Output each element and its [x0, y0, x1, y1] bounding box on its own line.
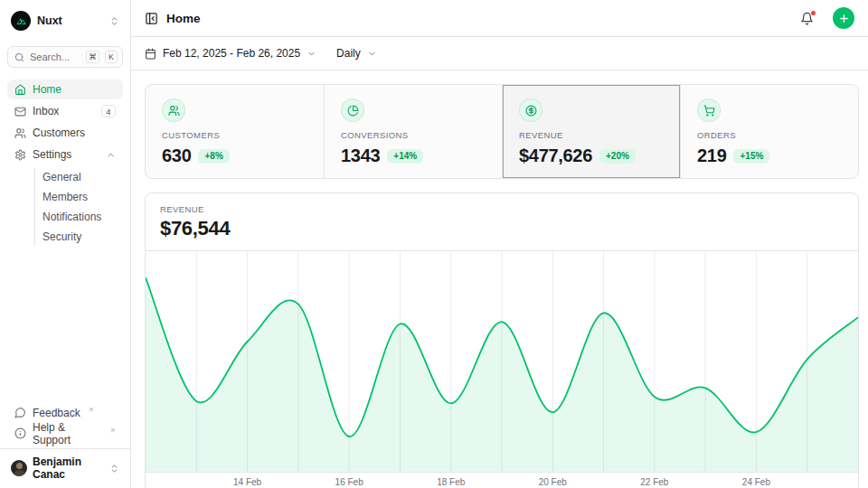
sidebar-item-inbox[interactable]: Inbox 4 [7, 101, 123, 121]
home-icon [14, 84, 26, 96]
shopping-cart-icon [697, 99, 721, 122]
kbd-key: K [105, 51, 118, 63]
date-range-picker[interactable]: Feb 12, 2025 - Feb 26, 2025 [145, 47, 316, 60]
sidebar-footer-links: Feedback Help & Support [0, 403, 130, 448]
sidebar-item-settings[interactable]: Settings [7, 145, 123, 164]
x-axis-tick: 18 Feb [437, 477, 465, 487]
stats-row: CUSTOMERS 630 +8% CONVERSIONS 1343 +14% [145, 84, 859, 179]
sidebar: Nuxt Search... ⌘ K Home [0, 0, 131, 488]
notification-dot [810, 10, 816, 16]
sidebar-item-label: Home [33, 83, 116, 96]
stat-value: 219 [697, 145, 726, 166]
stat-label: CUSTOMERS [162, 130, 307, 140]
notifications-bell-button[interactable] [800, 12, 814, 25]
stat-value: $477,626 [519, 145, 592, 166]
top-header: Home [131, 0, 868, 37]
gear-icon [14, 149, 26, 161]
stat-delta-badge: +14% [387, 149, 423, 164]
x-axis: 14 Feb16 Feb18 Feb20 Feb22 Feb24 Feb [146, 472, 858, 488]
chevron-down-icon [307, 49, 316, 59]
stat-value: 1343 [341, 145, 380, 166]
sidebar-item-label: Settings [33, 148, 99, 161]
content: CUSTOMERS 630 +8% CONVERSIONS 1343 +14% [131, 70, 868, 488]
workspace-switcher[interactable]: Nuxt [7, 9, 123, 33]
avatar [11, 460, 27, 476]
sidebar-item-customers[interactable]: Customers [7, 123, 123, 143]
chevron-up-icon [106, 150, 116, 160]
help-support-link[interactable]: Help & Support [7, 424, 123, 443]
revenue-area-chart[interactable] [146, 251, 858, 472]
filters-toolbar: Feb 12, 2025 - Feb 26, 2025 Daily [131, 37, 868, 70]
main-area: Home Feb 12, 2025 - Feb 26, 2025 Daily [131, 0, 868, 488]
stat-label: REVENUE [519, 130, 664, 140]
sidebar-item-members[interactable]: Members [35, 188, 123, 206]
sidebar-item-security[interactable]: Security [35, 228, 123, 246]
chevrons-up-down-icon [109, 16, 119, 26]
add-button[interactable] [833, 7, 854, 29]
x-axis-tick: 14 Feb [233, 477, 261, 487]
user-name: Benjamin Canac [33, 455, 104, 481]
users-icon [162, 99, 185, 122]
page-title: Home [166, 12, 792, 25]
inbox-icon [14, 106, 26, 117]
stat-card-revenue[interactable]: REVENUE $477,626 +20% [502, 85, 680, 178]
stat-delta-badge: +15% [733, 149, 769, 164]
chevron-down-icon [367, 49, 377, 59]
workspace-name: Nuxt [37, 14, 103, 27]
period-select[interactable]: Daily [336, 47, 377, 60]
x-axis-tick: 16 Feb [335, 477, 363, 487]
period-value: Daily [336, 47, 361, 60]
feedback-label: Feedback [33, 407, 80, 419]
sidebar-item-label: Customers [33, 127, 116, 139]
kbd-meta: ⌘ [86, 51, 99, 63]
external-link-icon [109, 427, 116, 434]
users-icon [14, 127, 26, 139]
chevrons-up-down-icon [109, 464, 119, 474]
stat-card-conversions[interactable]: CONVERSIONS 1343 +14% [324, 85, 502, 178]
chart-kicker-label: REVENUE [160, 204, 844, 214]
chart-header: REVENUE $76,544 [146, 193, 858, 251]
chart-total-value: $76,544 [160, 217, 844, 240]
chart-canvas [146, 251, 858, 472]
sidebar-spacer [0, 246, 130, 403]
stat-value: 630 [162, 145, 191, 166]
x-axis-tick: 22 Feb [640, 477, 668, 487]
dashboard-app: Nuxt Search... ⌘ K Home [0, 0, 868, 488]
external-link-icon [88, 407, 94, 413]
sidebar-item-notifications[interactable]: Notifications [35, 208, 123, 226]
collapse-sidebar-icon[interactable] [145, 12, 158, 25]
sidebar-item-general[interactable]: General [35, 168, 123, 186]
feedback-link[interactable]: Feedback [7, 403, 123, 422]
stat-card-customers[interactable]: CUSTOMERS 630 +8% [146, 85, 324, 178]
sidebar-nav: Home Inbox 4 Customers Settings [0, 80, 130, 246]
x-axis-tick: 24 Feb [742, 477, 770, 487]
calendar-icon [145, 48, 156, 60]
search-input[interactable]: Search... ⌘ K [7, 46, 123, 68]
circle-dollar-icon [519, 99, 542, 122]
settings-submenu: General Members Notifications Security [34, 168, 123, 246]
help-support-label: Help & Support [33, 421, 102, 446]
stat-delta-badge: +20% [599, 149, 636, 164]
search-icon [14, 52, 24, 62]
stat-card-orders[interactable]: ORDERS 219 +15% [680, 85, 858, 178]
info-circle-icon [14, 427, 26, 439]
stat-label: CONVERSIONS [341, 130, 486, 140]
inbox-count-badge: 4 [101, 105, 116, 117]
stat-label: ORDERS [697, 130, 842, 140]
stat-delta-badge: +8% [198, 149, 229, 164]
sidebar-item-label: Inbox [33, 105, 95, 117]
date-range-value: Feb 12, 2025 - Feb 26, 2025 [163, 47, 300, 60]
user-menu[interactable]: Benjamin Canac [0, 448, 130, 488]
sidebar-item-home[interactable]: Home [7, 80, 123, 99]
search-placeholder: Search... [30, 52, 80, 62]
chat-bubble-icon [14, 407, 26, 418]
revenue-chart-card: REVENUE $76,544 14 Feb16 Feb18 Feb20 Feb… [145, 192, 859, 488]
nuxt-logo-icon [11, 11, 31, 31]
pie-chart-icon [341, 99, 364, 122]
x-axis-tick: 20 Feb [539, 477, 567, 487]
